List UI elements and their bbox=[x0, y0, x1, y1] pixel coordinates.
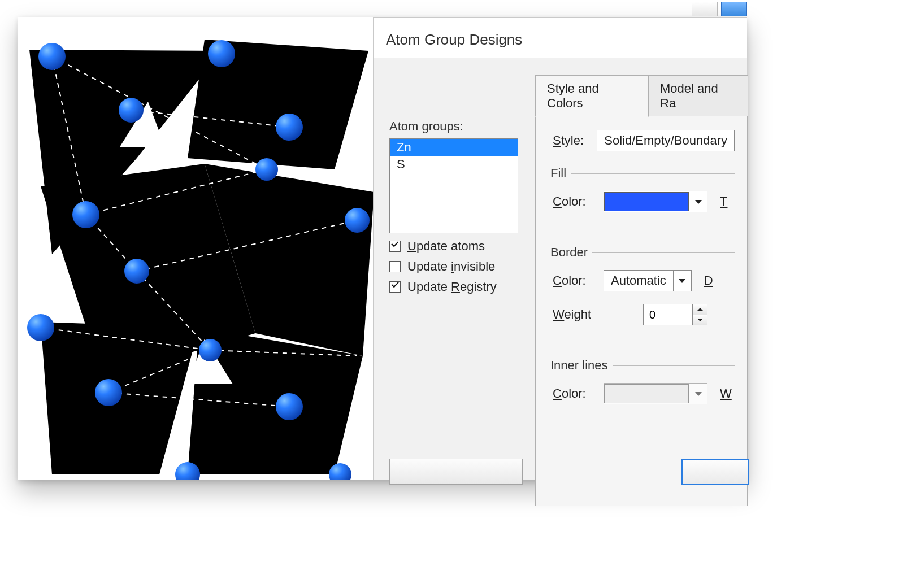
update-atoms-label: Update atoms bbox=[407, 239, 485, 254]
window-minimize-button[interactable] bbox=[692, 2, 718, 16]
style-dropdown[interactable]: Solid/Empty/Boundary bbox=[597, 130, 735, 151]
fill-color-label: Color: bbox=[553, 194, 604, 209]
tab-page-style-and-colors: Style: Solid/Empty/Boundary Fill Color: bbox=[535, 116, 748, 506]
atom-group-designs-dialog: Atom Group Designs Atom groups: Zn S Upd… bbox=[373, 17, 747, 480]
inner-trail-link[interactable]: W bbox=[720, 386, 732, 401]
svg-point-25 bbox=[255, 158, 278, 181]
border-legend: Border bbox=[550, 245, 592, 260]
chevron-down-icon bbox=[689, 384, 707, 404]
svg-point-21 bbox=[208, 40, 235, 67]
svg-point-29 bbox=[199, 339, 222, 361]
update-invisible-label: Update invisible bbox=[407, 259, 495, 274]
border-weight-label: Weight bbox=[553, 307, 604, 322]
border-color-dropdown[interactable]: Automatic bbox=[604, 270, 692, 291]
atom-groups-listbox[interactable]: Zn S bbox=[389, 138, 518, 233]
fill-color-swatch bbox=[604, 192, 689, 211]
dialog-ok-button[interactable] bbox=[681, 459, 749, 485]
atom-groups-item-zn[interactable]: Zn bbox=[390, 139, 518, 156]
svg-point-23 bbox=[276, 114, 303, 141]
svg-point-26 bbox=[345, 208, 370, 233]
tab-model-and-ra[interactable]: Model and Ra bbox=[648, 75, 748, 117]
atom-groups-item-s[interactable]: S bbox=[390, 156, 518, 173]
atom-groups-label: Atom groups: bbox=[389, 119, 523, 134]
update-registry-checkbox[interactable]: Update Registry bbox=[389, 280, 523, 294]
svg-point-24 bbox=[72, 201, 99, 228]
dialog-left-button[interactable] bbox=[389, 459, 523, 485]
update-invisible-checkbox[interactable]: Update invisible bbox=[389, 259, 523, 274]
tab-style-and-colors[interactable]: Style and Colors bbox=[535, 75, 649, 117]
chevron-down-icon bbox=[689, 191, 707, 212]
checkbox-icon bbox=[389, 261, 401, 272]
border-weight-input[interactable] bbox=[643, 304, 693, 325]
chevron-down-icon bbox=[673, 271, 691, 291]
style-value: Solid/Empty/Boundary bbox=[597, 133, 734, 148]
fill-legend: Fill bbox=[550, 166, 571, 181]
svg-point-27 bbox=[124, 259, 149, 284]
border-color-label: Color: bbox=[553, 273, 604, 288]
fill-group: Fill Color: T bbox=[553, 166, 735, 230]
structure-viewport[interactable] bbox=[18, 17, 373, 480]
svg-point-31 bbox=[276, 393, 303, 420]
checkbox-icon bbox=[389, 241, 401, 252]
svg-point-28 bbox=[27, 314, 54, 341]
spin-up-button[interactable] bbox=[693, 304, 707, 315]
app-frame: Atom Group Designs Atom groups: Zn S Upd… bbox=[18, 17, 747, 480]
svg-point-20 bbox=[38, 43, 66, 70]
inner-lines-legend: Inner lines bbox=[550, 358, 613, 373]
spin-down-button[interactable] bbox=[693, 315, 707, 326]
tab-strip: Style and Colors Model and Ra bbox=[535, 75, 748, 117]
border-color-value: Automatic bbox=[604, 273, 673, 288]
dialog-title: Atom Group Designs bbox=[374, 18, 747, 58]
border-group: Border Color: Automatic D Weight bbox=[553, 245, 735, 343]
update-atoms-checkbox[interactable]: Update atoms bbox=[389, 239, 523, 254]
border-trail-link[interactable]: D bbox=[704, 273, 713, 288]
fill-color-dropdown[interactable] bbox=[604, 191, 707, 212]
svg-point-30 bbox=[95, 379, 122, 406]
svg-point-22 bbox=[119, 98, 144, 123]
border-weight-spinner[interactable] bbox=[643, 304, 707, 325]
inner-lines-group: Inner lines Color: W bbox=[553, 358, 735, 423]
update-registry-label: Update Registry bbox=[407, 280, 497, 294]
checkbox-icon bbox=[389, 281, 401, 293]
window-maximize-button[interactable] bbox=[721, 2, 747, 16]
inner-color-dropdown[interactable] bbox=[604, 383, 707, 404]
fill-trail-link[interactable]: T bbox=[720, 194, 727, 209]
inner-color-label: Color: bbox=[553, 386, 604, 401]
inner-color-swatch bbox=[604, 384, 689, 403]
style-label: Style: bbox=[553, 133, 597, 148]
